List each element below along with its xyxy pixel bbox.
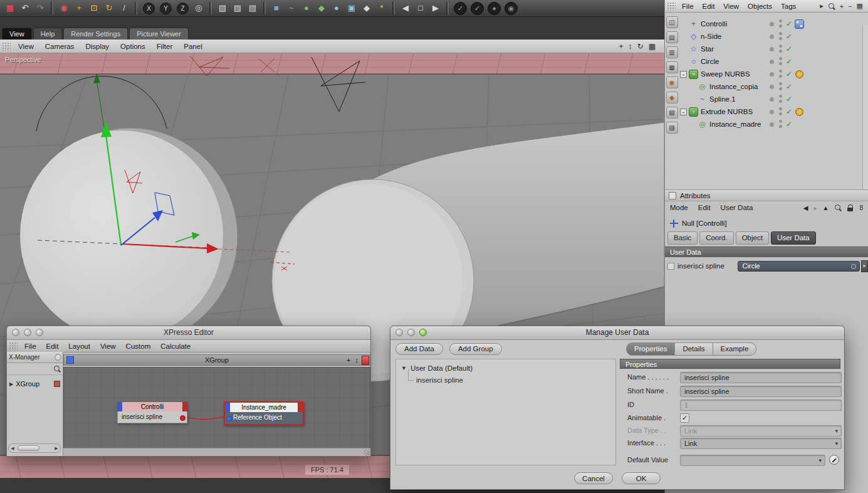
menu-layout[interactable]: Layout <box>63 342 95 350</box>
menu-panel[interactable]: Panel <box>178 43 207 50</box>
enabled-check-icon[interactable]: ✓ <box>786 45 792 53</box>
enabled-check-icon[interactable]: ✓ <box>786 19 792 28</box>
om-tool-icon-7[interactable]: ▧ <box>666 107 678 119</box>
object-row-controlli[interactable]: + Controlli ✓ <box>680 18 862 30</box>
drag-grip-icon[interactable] <box>2 42 11 51</box>
om-tool-icon-2[interactable]: ▤ <box>666 31 678 43</box>
cancel-button[interactable]: Cancel <box>574 472 613 484</box>
enabled-check-icon[interactable]: ✓ <box>786 70 792 78</box>
layer-dot-icon[interactable] <box>770 97 774 102</box>
minimize-icon[interactable]: − <box>848 3 852 10</box>
object-manager-scrollbar[interactable] <box>862 25 868 202</box>
visibility-dots-icon[interactable] <box>779 57 782 65</box>
om-tool-icon-4[interactable]: ▦ <box>666 61 678 73</box>
layer-dot-icon[interactable] <box>770 60 774 64</box>
menu-edit[interactable]: Edit <box>698 3 719 10</box>
layer-dot-icon[interactable] <box>770 22 774 26</box>
om-tool-icon-6[interactable]: ◆ <box>666 92 678 103</box>
render-settings-icon[interactable]: ▤ <box>246 1 259 15</box>
move-group-icon[interactable]: + <box>347 356 350 364</box>
om-tool-icon-8[interactable]: ▨ <box>666 122 678 134</box>
render-region-icon[interactable]: ▨ <box>231 1 244 15</box>
phong-tag-icon[interactable] <box>795 108 803 116</box>
add-environment-icon[interactable]: ● <box>330 1 343 15</box>
object-label[interactable]: Instance_madre <box>709 120 761 128</box>
toggle-a-icon[interactable]: ✓ <box>454 2 467 15</box>
object-label[interactable]: Spline.1 <box>709 95 736 103</box>
node-controlli[interactable]: Controlli inserisci spline <box>117 402 187 423</box>
collapse-panel-icon[interactable] <box>55 354 61 361</box>
phong-tag-icon[interactable] <box>795 70 803 78</box>
node-corner-output[interactable] <box>182 402 187 411</box>
add-generator-icon[interactable]: ● <box>300 1 313 15</box>
last-tool-icon[interactable]: / <box>117 1 131 15</box>
scroll-right-icon[interactable]: ▶ <box>53 446 60 451</box>
rotate-icon[interactable]: ↻ <box>102 1 116 15</box>
zoom-view-icon[interactable]: ↕ <box>629 42 632 51</box>
tab-user-data[interactable]: User Data <box>771 231 816 245</box>
visibility-dots-icon[interactable] <box>779 95 782 103</box>
group-color-swatch[interactable] <box>362 356 369 365</box>
tab-example[interactable]: Example <box>713 342 757 356</box>
toggle-d-icon[interactable]: ◉ <box>505 2 518 15</box>
lock-x-icon[interactable]: X <box>143 3 155 14</box>
xpresso-tag-icon[interactable] <box>795 19 804 29</box>
menu-filter[interactable]: Filter <box>151 43 179 50</box>
xmanager-scrollbar[interactable]: ◀ ▶ <box>8 443 61 453</box>
node-corner-input[interactable] <box>117 402 122 411</box>
menu-objects[interactable]: Objects <box>743 3 776 10</box>
menu-file[interactable]: File <box>677 3 698 10</box>
add-modeling-icon[interactable]: ◆ <box>315 1 328 15</box>
menu-custom[interactable]: Custom <box>121 342 156 350</box>
expand-arrow-icon[interactable]: ▶ <box>9 381 13 387</box>
object-row-instance-madre[interactable]: ◎ Instance_madre ✓ <box>680 118 862 130</box>
collapse-icon[interactable]: - <box>680 71 687 78</box>
drag-grip-icon[interactable] <box>9 342 18 351</box>
data-type-dropdown[interactable]: Link ▾ <box>680 425 842 437</box>
pan-icon[interactable]: + <box>840 3 844 10</box>
visibility-dots-icon[interactable] <box>779 82 782 90</box>
menu-user-data[interactable]: User Data <box>716 204 758 211</box>
input-port-icon[interactable] <box>226 416 232 421</box>
tab-picture-viewer[interactable]: Picture Viewer <box>129 28 189 40</box>
zoom-icon[interactable] <box>36 329 43 336</box>
enabled-check-icon[interactable]: ✓ <box>786 95 792 103</box>
om-tool-icon-3[interactable]: ▥ <box>666 46 678 58</box>
node-canvas[interactable]: Controlli inserisci spline Instance_madr… <box>63 367 370 448</box>
menu-cameras[interactable]: Cameras <box>39 43 80 50</box>
minimize-icon[interactable] <box>24 329 31 336</box>
manage-user-data-dialog[interactable]: Manage User Data Add Data Add Group Prop… <box>390 326 845 490</box>
lock-y-icon[interactable]: Y <box>160 3 172 14</box>
object-row-star[interactable]: ☆ Star ✓ <box>680 43 862 55</box>
add-spline-icon[interactable]: ~ <box>285 1 298 15</box>
field-menu-button[interactable]: ▸ <box>861 260 868 272</box>
field-expander-icon[interactable] <box>667 263 674 270</box>
animatable-checkbox[interactable]: ✓ <box>680 413 689 423</box>
collapse-icon[interactable]: - <box>680 109 687 115</box>
tree-root-item[interactable]: ▼ User Data (Default) <box>401 364 615 372</box>
resize-grip-icon[interactable] <box>363 449 370 455</box>
enabled-check-icon[interactable]: ✓ <box>786 57 792 66</box>
layer-dot-icon[interactable] <box>770 34 774 39</box>
menu-view[interactable]: View <box>95 342 121 350</box>
dialog-titlebar[interactable]: Manage User Data <box>390 326 844 340</box>
menu-mode[interactable]: Mode <box>665 204 693 211</box>
layout-icon[interactable]: ▦ <box>857 2 863 10</box>
object-label[interactable]: Circle <box>701 58 719 65</box>
tab-basic[interactable]: Basic <box>667 231 698 245</box>
node-titlebar[interactable]: Instance_madre <box>225 403 303 412</box>
rotate-view-icon[interactable]: ↻ <box>637 42 644 51</box>
user-data-section-header[interactable]: User Data <box>665 246 868 257</box>
tab-details[interactable]: Details <box>675 342 713 356</box>
zoom-icon[interactable] <box>419 329 427 336</box>
object-row-instance-copia[interactable]: ◎ Instance_copia ✓ <box>680 80 862 93</box>
layer-dot-icon[interactable] <box>770 72 774 77</box>
ok-button[interactable]: OK <box>622 472 661 484</box>
menu-calculate[interactable]: Calculate <box>155 342 196 350</box>
enabled-check-icon[interactable]: ✓ <box>786 120 792 129</box>
output-port-icon[interactable] <box>180 415 186 421</box>
add-scene-icon[interactable]: ▣ <box>345 1 358 15</box>
search-icon[interactable] <box>834 204 842 211</box>
scroll-thumb[interactable] <box>18 445 39 451</box>
object-label[interactable]: Star <box>701 45 714 53</box>
